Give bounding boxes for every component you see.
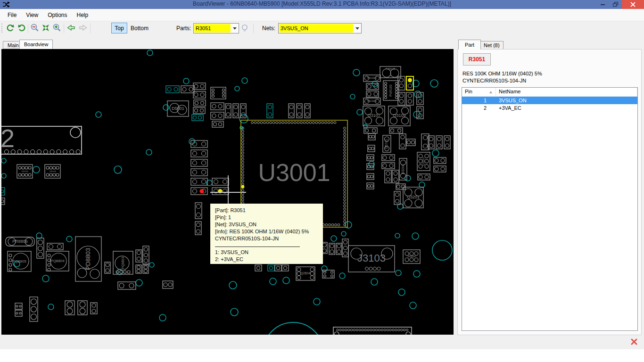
table-row[interactable]: 2+3VA_EC (462, 104, 637, 112)
tooltip-line: [Pin]: 1 (215, 214, 319, 221)
parts-combobox[interactable]: R3051 (193, 23, 239, 33)
part-tab-page: R3051 RES 100K OHM 1/16W (0402) 5% CYNTE… (457, 49, 642, 335)
board-canvas[interactable]: 2CN9103CN9108PR8806PQ8805PQ8804PD8803PQ8… (1, 49, 454, 335)
menu-options[interactable]: Options (43, 10, 72, 20)
svg-text:RN3004: RN3004 (408, 255, 416, 258)
part-number-button[interactable]: R3051 (463, 53, 491, 66)
table-header[interactable]: Pin NetName (462, 88, 637, 97)
tab-boardview[interactable]: Boardview (19, 40, 53, 49)
tab-net[interactable]: Net (8) (480, 41, 504, 49)
tooltip-line: [Net]: 3VSUS_ON (215, 221, 319, 228)
top-side-label: Top (115, 25, 124, 32)
toolbar-separator (90, 24, 91, 33)
svg-text:PR8806: PR8806 (12, 239, 28, 244)
part-description-line1: RES 100K OHM 1/16W (0402) 5% (462, 70, 542, 77)
part-info-tooltip: [Part]: R3051[Pin]: 1[Net]: 3VSUS_ON[Inf… (210, 204, 323, 264)
pin-cell: 1 (462, 97, 496, 104)
tooltip-line: [Part]: R3051 (215, 207, 319, 214)
parts-label: Parts: (176, 21, 191, 35)
svg-text:D5801: D5801 (172, 106, 184, 111)
pin-header-label: Pin (465, 89, 472, 94)
table-row[interactable]: 13VSUS_ON (462, 97, 637, 104)
svg-text:P3L9102: P3L9102 (367, 76, 377, 79)
nets-combobox[interactable]: 3VSUS_ON (278, 23, 362, 33)
svg-text:PQ8804: PQ8804 (50, 259, 65, 263)
netname-cell: +3VA_EC (496, 104, 637, 112)
parts-combobox-value[interactable]: R3051 (194, 24, 231, 33)
menu-help[interactable]: Help (72, 10, 93, 20)
toolbar-separator (28, 24, 28, 33)
back-arrow-icon[interactable] (66, 23, 76, 33)
inspector-panel: Part Net (8) R3051 RES 100K OHM 1/16W (0… (456, 40, 644, 336)
statusbar (0, 336, 644, 349)
svg-text:PJP9105: PJP9105 (386, 67, 396, 70)
svg-text:CN9103: CN9103 (21, 170, 28, 173)
toolbar-grip[interactable] (1, 24, 2, 33)
titlebar: BoardViewer - 60NB0640-MB5900 [Model:X55… (0, 0, 644, 9)
tooltip-line: [Info]: RES 100K OHM 1/16W (0402) 5% (215, 228, 319, 235)
window-title: BoardViewer - 60NB0640-MB5900 [Model:X55… (0, 0, 644, 7)
chevron-down-icon (233, 27, 237, 30)
svg-text:D5701: D5701 (385, 139, 388, 149)
top-side-button[interactable]: Top (111, 23, 127, 33)
svg-text:U3001: U3001 (258, 159, 330, 186)
nets-combobox-value[interactable]: 3VSUS_ON (279, 24, 353, 33)
column-header-netname[interactable]: NetName (496, 88, 637, 96)
pin-cell: 2 (462, 104, 496, 112)
svg-text:2: 2 (1, 124, 15, 152)
nets-combobox-dropdown[interactable] (354, 24, 361, 33)
svg-text:P3L9101: P3L9101 (367, 99, 377, 102)
column-header-pin[interactable]: Pin (462, 88, 496, 96)
menu-file[interactable]: File (3, 10, 21, 20)
rotate-cw-icon[interactable] (17, 23, 26, 33)
toolbar-separator (253, 24, 254, 33)
svg-text:PQ8803: PQ8803 (121, 257, 125, 269)
part-description-line2: CYNTEC/RR0510S-104-JN (462, 77, 542, 84)
tooltip-line: CYNTEC/RR0510S-104-JN (215, 235, 319, 242)
tooltip-pin-line: 1: 3VSUS_ON (215, 249, 319, 256)
minimize-button[interactable] (596, 0, 609, 9)
toolbar-separator (64, 24, 64, 33)
svg-text:Q2804: Q2804 (300, 272, 310, 275)
close-button[interactable] (622, 0, 644, 9)
svg-text:D3204: D3204 (401, 165, 405, 174)
pcb-drawing[interactable]: 2CN9103CN9108PR8806PQ8805PQ8804PD8803PQ8… (1, 49, 454, 335)
svg-text:Q3201: Q3201 (407, 195, 420, 199)
svg-text:Q3202: Q3202 (422, 157, 425, 166)
bulb-icon[interactable] (240, 24, 250, 33)
svg-text:PU9100: PU9100 (389, 84, 392, 96)
toolbar: Top Bottom Parts: R3051 Nets: 3VSUS_ON (0, 21, 644, 35)
pin-net-table[interactable]: Pin NetName 13VSUS_ON2+3VA_EC (462, 87, 638, 331)
svg-text:PQ8805: PQ8805 (12, 259, 26, 263)
svg-text:Q3109: Q3109 (393, 113, 405, 118)
maximize-button[interactable] (609, 0, 622, 9)
part-description: RES 100K OHM 1/16W (0402) 5% CYNTEC/RR05… (462, 70, 542, 84)
parts-combobox-dropdown[interactable] (231, 24, 239, 33)
nets-label: Nets: (262, 21, 275, 35)
forward-arrow-icon[interactable] (78, 23, 88, 33)
menubar: FileViewOptionsHelp (0, 9, 644, 21)
svg-text:PD8803: PD8803 (84, 248, 91, 270)
zoom-out-icon[interactable] (30, 23, 40, 33)
netname-cell: 3VSUS_ON (496, 97, 637, 104)
bottom-side-button[interactable]: Bottom (131, 21, 149, 35)
fit-to-screen-icon[interactable] (41, 23, 50, 33)
boardviewer-window: BoardViewer - 60NB0640-MB5900 [Model:X55… (0, 0, 644, 349)
tab-part[interactable]: Part (458, 40, 481, 49)
zoom-in-icon[interactable] (52, 23, 62, 33)
svg-text:CN9108: CN9108 (49, 170, 56, 173)
svg-text:Q3107: Q3107 (367, 113, 380, 118)
svg-text:J3103: J3103 (357, 252, 386, 264)
rotate-ccw-icon[interactable] (6, 23, 15, 33)
sort-asc-icon (489, 91, 492, 93)
menu-view[interactable]: View (21, 10, 43, 20)
chevron-down-icon (355, 27, 359, 30)
red-x-icon[interactable] (630, 338, 638, 346)
tooltip-pin-line: 2: +3VA_EC (215, 256, 319, 263)
